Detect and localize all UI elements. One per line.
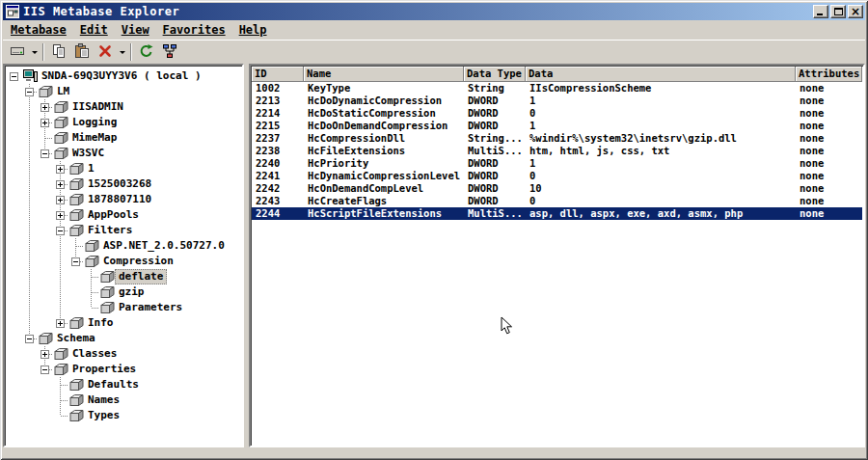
expand-icon[interactable] [56,211,65,220]
tree-item-defaults[interactable]: Defaults [7,377,242,392]
tree-indent-guide [7,269,22,284]
connect-button[interactable] [6,41,29,63]
tree-item-lm[interactable]: LM [7,84,242,99]
tree-connector [68,254,84,269]
collapse-icon[interactable] [71,257,80,266]
tree-indent-guide [7,284,22,300]
tree-item-apppools[interactable]: AppPools [7,207,242,223]
tree-item-1525003268[interactable]: 1525003268 [7,176,242,192]
collapse-icon[interactable] [56,227,65,235]
cell-id: 1002 [252,82,304,95]
tree-indent-guide [22,254,38,269]
paste-icon [74,43,90,62]
tree-item-1[interactable]: 1 [7,161,242,176]
expand-icon[interactable] [56,180,65,189]
connect-dropdown[interactable] [29,41,40,63]
tree-item-compression[interactable]: Compression [7,254,242,269]
expand-icon[interactable] [41,119,49,127]
column-header-attributes[interactable]: Attributes [796,67,862,82]
menu-item-view[interactable]: View [115,21,156,39]
collapse-icon[interactable] [41,365,49,374]
expand-icon[interactable] [41,103,49,112]
tree-item-asp-net-2-0-50727-0[interactable]: ASP.NET_2.0.50727.0 [7,238,242,254]
cell-data-type: DWORD [464,182,526,195]
title-bar[interactable]: IIS Metabase Explorer × [3,3,865,20]
collapse-icon[interactable] [25,335,34,343]
tree-connector [53,408,68,423]
tree-indent-guide [7,331,22,346]
tree-item-gzip[interactable]: gzip [7,284,242,300]
tree-item-types[interactable]: Types [7,408,242,423]
maximize-button[interactable] [830,5,846,18]
close-button[interactable]: × [848,5,863,18]
tree-item-mimemap[interactable]: MimeMap [7,130,242,146]
menu-item-favorites[interactable]: Favorites [156,21,232,39]
delete-dropdown[interactable] [117,41,127,63]
expand-icon[interactable] [56,165,65,174]
delete-button[interactable] [94,41,117,63]
tree-connector [38,99,53,115]
expand-icon[interactable] [41,350,49,359]
tree-item-logging[interactable]: Logging [7,115,242,130]
cell-name: HcPriority [304,157,464,170]
property-row-2243[interactable]: 2243HcCreateFlagsDWORD0none [252,195,862,207]
cell-data: %windir%\system32\inetsrv\gzip.dll [526,132,796,145]
collapse-icon[interactable] [41,149,49,158]
column-header-data[interactable]: Data [526,67,796,82]
refresh-button[interactable] [135,41,158,63]
tree-item-schema[interactable]: Schema [7,331,242,346]
tree-item-classes[interactable]: Classes [7,346,242,362]
key-icon [84,254,99,269]
menu-item-help[interactable]: Help [232,21,274,39]
collapse-icon[interactable] [10,72,18,81]
property-row-2240[interactable]: 2240HcPriorityDWORD1none [252,157,862,170]
tree-indent-guide [38,392,53,408]
tree-item-label: LM [53,84,73,99]
tree-item-deflate[interactable]: deflate [7,269,242,284]
tree-indent-guide [7,346,22,362]
menu-item-metabase[interactable]: Metabase [4,21,73,39]
tree-item-snda-69q3uyy3v6-local[interactable]: SNDA-69Q3UYY3V6 ( local ) [7,68,242,84]
key-icon [53,130,68,146]
property-row-2215[interactable]: 2215HcDoOnDemandCompressionDWORD1none [252,120,862,132]
key-icon [53,362,68,377]
tree-item-w3svc[interactable]: W3SVC [7,146,242,161]
key-icon [99,284,115,300]
toolbar-separator [42,43,44,61]
expand-icon[interactable] [56,196,65,204]
copy-button[interactable] [47,41,70,63]
property-row-2241[interactable]: 2241HcDynamicCompressionLevelDWORD0none [252,170,862,182]
tree-item-iisadmin[interactable]: IISADMIN [7,99,242,115]
expand-icon[interactable] [56,319,65,328]
paste-button[interactable] [70,41,94,63]
tree-item-parameters[interactable]: Parameters [7,300,242,315]
column-header-data-type[interactable]: Data Type [464,67,526,82]
tree-item-names[interactable]: Names [7,392,242,408]
tree-indent-guide [7,146,22,161]
tree-item-properties[interactable]: Properties [7,362,242,377]
cell-name: HcOnDemandCompLevel [304,182,464,195]
column-header-id[interactable]: ID [252,67,304,82]
tree-item-info[interactable]: Info [7,315,242,331]
key-icon [84,238,99,254]
property-row-1002[interactable]: 1002KeyTypeStringIIsCompressionSchemenon… [252,82,862,95]
menu-item-edit[interactable]: Edit [73,21,115,39]
property-row-2244[interactable]: 2244HcScriptFileExtensionsMultiS...asp, … [252,207,862,220]
tree-item-1878807110[interactable]: 1878807110 [7,192,242,207]
minimize-button[interactable] [813,5,828,18]
tree-indent-guide [7,115,22,130]
computer-icon [22,68,38,84]
tree-item-label: Parameters [115,300,186,315]
property-row-2213[interactable]: 2213HcDoDynamicCompressionDWORD1none [252,95,862,107]
property-row-2238[interactable]: 2238HcFileExtensionsMultiS...htm, html, … [252,145,862,157]
collapse-icon[interactable] [25,88,34,96]
column-header-name[interactable]: Name [304,67,464,82]
tree-connector [7,68,22,84]
property-row-2242[interactable]: 2242HcOnDemandCompLevelDWORD10none [252,182,862,195]
property-row-2237[interactable]: 2237HcCompressionDllString...%windir%\sy… [252,132,862,145]
network-button[interactable] [158,41,181,63]
tree-indent-guide [22,269,38,284]
property-row-2214[interactable]: 2214HcDoStaticCompressionDWORD0none [252,107,862,120]
tree-item-filters[interactable]: Filters [7,223,242,238]
window-title: IIS Metabase Explorer [23,5,813,18]
